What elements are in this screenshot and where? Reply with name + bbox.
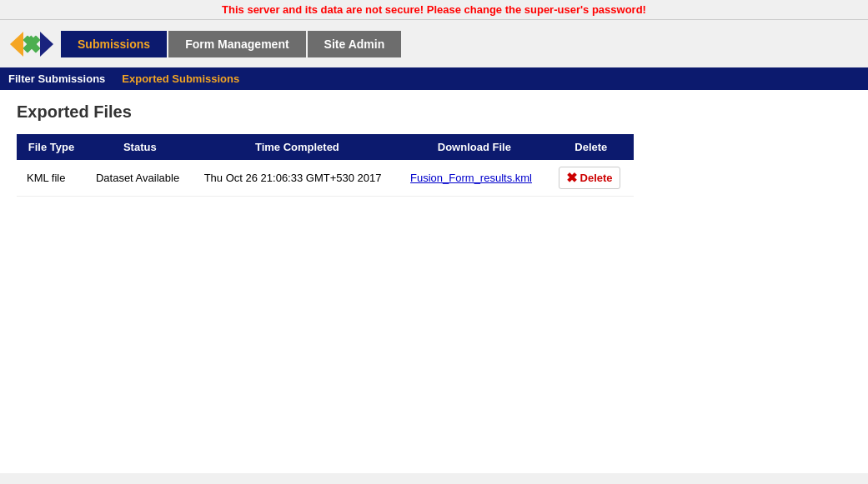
svg-marker-0 [10, 32, 23, 57]
sub-nav-exported-submissions[interactable]: Exported Submissions [122, 72, 239, 85]
logo [8, 25, 54, 62]
col-status: Status [86, 134, 194, 160]
exported-files-table: File Type Status Time Completed Download… [17, 134, 634, 197]
col-download-file: Download File [400, 134, 549, 160]
cell-status: Dataset Available [86, 160, 194, 197]
cell-time-completed: Thu Oct 26 21:06:33 GMT+530 2017 [194, 160, 400, 197]
table-row: KML file Dataset Available Thu Oct 26 21… [17, 160, 634, 197]
tab-form-management[interactable]: Form Management [168, 31, 305, 57]
delete-button[interactable]: ✖ Delete [559, 167, 620, 189]
tab-submissions[interactable]: Submissions [61, 31, 167, 57]
col-delete: Delete [549, 134, 634, 160]
table-header-row: File Type Status Time Completed Download… [17, 134, 634, 160]
security-warning-text: This server and its data are not secure!… [222, 3, 646, 16]
cell-download-file: Fusion_Form_results.kml [400, 160, 549, 197]
nav-tabs: Submissions Form Management Site Admin [61, 31, 401, 57]
delete-x-icon: ✖ [566, 170, 577, 186]
col-file-type: File Type [17, 134, 86, 160]
svg-marker-1 [40, 32, 53, 57]
page-title: Exported Files [17, 102, 851, 122]
tab-site-admin[interactable]: Site Admin [308, 31, 402, 57]
col-time-completed: Time Completed [194, 134, 400, 160]
cell-delete: ✖ Delete [549, 160, 634, 197]
sub-nav-filter-submissions[interactable]: Filter Submissions [8, 72, 105, 85]
sub-nav: Filter Submissions Exported Submissions [0, 67, 868, 90]
cell-file-type: KML file [17, 160, 86, 197]
download-link[interactable]: Fusion_Form_results.kml [410, 172, 532, 184]
delete-label: Delete [580, 172, 613, 184]
main-content: Exported Files File Type Status Time Com… [0, 90, 868, 473]
header: Submissions Form Management Site Admin [0, 20, 868, 67]
security-warning-bar: This server and its data are not secure!… [0, 0, 868, 20]
